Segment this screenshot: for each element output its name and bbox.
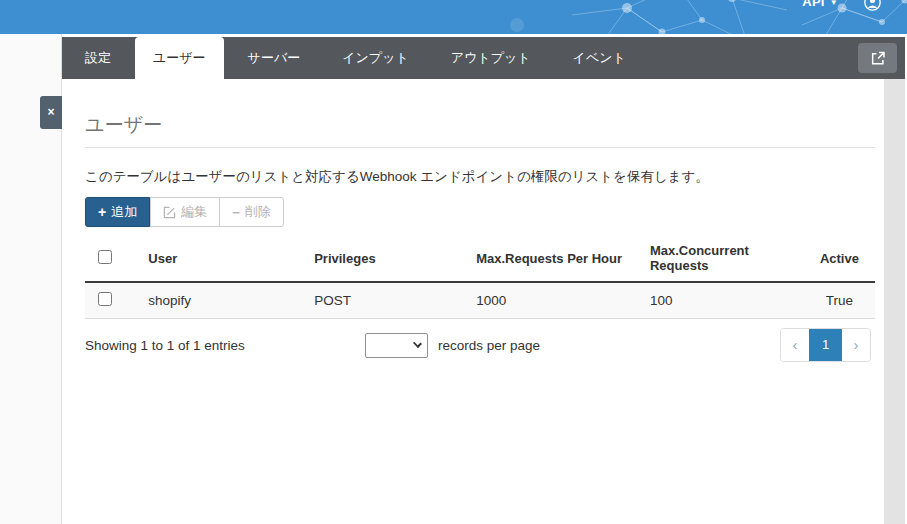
tab-events[interactable]: イベント	[555, 37, 644, 79]
external-link-icon	[870, 51, 885, 66]
records-select-wrap	[365, 333, 428, 358]
column-header-active[interactable]: Active	[804, 235, 875, 282]
row-checkbox-cell	[85, 282, 140, 319]
api-dropdown[interactable]: API ▼	[802, 0, 838, 9]
column-header-max-requests[interactable]: Max.Requests Per Hour	[468, 235, 642, 282]
pagination-next-button[interactable]: ›	[842, 329, 870, 361]
main-panel: 設定 ユーザー サーバー インプット アウトプット イベント ユーザー このテー…	[62, 34, 905, 524]
pagination-prev-button[interactable]: ‹	[781, 329, 809, 361]
page-title: ユーザー	[85, 112, 875, 138]
minus-icon: −	[232, 205, 240, 220]
add-button-label: 追加	[111, 203, 137, 221]
records-per-page-select[interactable]	[365, 333, 428, 358]
edit-button[interactable]: 編集	[150, 197, 220, 227]
plus-icon: +	[98, 204, 106, 220]
row-checkbox[interactable]	[98, 292, 112, 306]
column-header-max-concurrent[interactable]: Max.Concurrent Requests	[642, 235, 804, 282]
app-body: × 設定 ユーザー サーバー インプット アウトプット イベント ユーザー	[0, 34, 907, 524]
cell-max-concurrent: 100	[642, 282, 804, 319]
edit-button-label: 編集	[181, 203, 207, 221]
cell-max-requests: 1000	[468, 282, 642, 319]
table-row[interactable]: shopify POST 1000 100 True	[85, 282, 875, 319]
tab-outputs[interactable]: アウトプット	[433, 37, 549, 79]
records-per-page-label: records per page	[438, 338, 540, 353]
caret-down-icon: ▼	[830, 0, 838, 7]
page-description: このテーブルはユーザーのリストと対応するWebhook エンドポイントの権限のリ…	[85, 168, 875, 186]
tab-servers[interactable]: サーバー	[230, 37, 319, 79]
cell-active: True	[804, 282, 875, 319]
left-rail: ×	[0, 34, 62, 524]
api-dropdown-label: API	[802, 0, 825, 9]
tab-bar: 設定 ユーザー サーバー インプット アウトプット イベント	[62, 37, 905, 79]
delete-button-label: 削除	[245, 203, 271, 221]
top-navbar: API ▼	[0, 0, 907, 34]
user-account-icon[interactable]	[864, 0, 881, 11]
tab-users[interactable]: ユーザー	[135, 37, 224, 79]
close-panel-button[interactable]: ×	[40, 96, 62, 129]
tab-inputs[interactable]: インプット	[324, 37, 427, 79]
open-external-button[interactable]	[858, 43, 897, 73]
cell-privileges: POST	[306, 282, 468, 319]
pagination-page-1-button[interactable]: 1	[809, 329, 842, 361]
add-button[interactable]: + 追加	[85, 197, 150, 227]
tab-content: ユーザー このテーブルはユーザーのリストと対応するWebhook エンドポイント…	[62, 79, 884, 524]
column-header-privileges[interactable]: Privileges	[306, 235, 468, 282]
tab-settings[interactable]: 設定	[67, 37, 129, 79]
cell-user: shopify	[140, 282, 306, 319]
showing-entries-text: Showing 1 to 1 of 1 entries	[85, 338, 365, 353]
header-checkbox-cell	[85, 235, 140, 282]
pagination: ‹ 1 ›	[780, 328, 871, 362]
table-footer: Showing 1 to 1 of 1 entries records per …	[85, 328, 875, 362]
column-header-user[interactable]: User	[140, 235, 306, 282]
title-divider	[85, 147, 875, 148]
content-row: ユーザー このテーブルはユーザーのリストと対応するWebhook エンドポイント…	[62, 79, 905, 524]
delete-button[interactable]: − 削除	[219, 197, 284, 227]
edit-icon	[163, 206, 176, 219]
users-table: User Privileges Max.Requests Per Hour Ma…	[85, 235, 875, 319]
table-toolbar: + 追加 編集 − 削除	[85, 197, 875, 227]
vertical-scrollbar-track[interactable]	[884, 79, 905, 524]
select-all-checkbox[interactable]	[98, 250, 112, 264]
table-header-row: User Privileges Max.Requests Per Hour Ma…	[85, 235, 875, 282]
